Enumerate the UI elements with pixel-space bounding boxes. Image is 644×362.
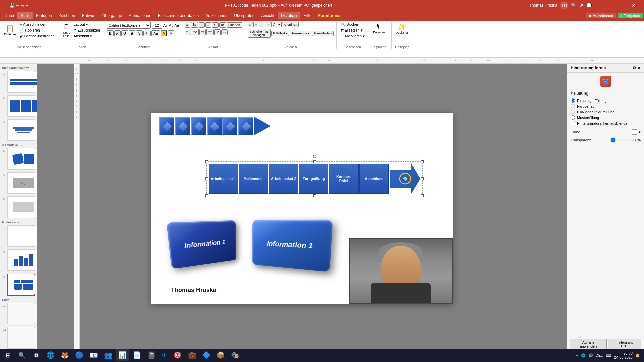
slide-thumb-8[interactable]: 8 bbox=[7, 249, 35, 271]
menu-animationen[interactable]: Animationen bbox=[125, 12, 155, 19]
smartart-button[interactable]: SmartArt bbox=[227, 22, 242, 28]
handle-tm[interactable] bbox=[313, 160, 316, 163]
font-select[interactable]: Calibri (Textkörper) bbox=[107, 22, 151, 29]
menu-bildschirm[interactable]: Bildschirmpräsentation bbox=[155, 12, 202, 19]
radio-einfache-input[interactable] bbox=[571, 98, 575, 103]
process-arrow-final[interactable]: ✥ bbox=[390, 164, 420, 194]
menu-formformat[interactable]: Formformat bbox=[315, 12, 344, 19]
decrease-font-button[interactable]: A↓ bbox=[169, 23, 173, 27]
shape-rect-button[interactable]: □ bbox=[248, 22, 253, 27]
customize-icon[interactable]: ▾ bbox=[26, 3, 28, 8]
taskview-button[interactable]: ⧉ bbox=[30, 349, 43, 361]
menu-dictation[interactable]: Dictation bbox=[278, 12, 300, 19]
radio-einfache[interactable]: Einfarbige Füllung bbox=[571, 98, 641, 103]
format-button[interactable]: 🖌 Format übertragen bbox=[18, 34, 56, 38]
abschnitt-button[interactable]: Abschnitt ▾ bbox=[72, 34, 101, 39]
menu-ansicht[interactable]: Ansicht bbox=[258, 12, 277, 19]
shape-tri-button[interactable]: △ bbox=[259, 22, 264, 27]
slide-thumb-7[interactable]: 7 bbox=[7, 225, 35, 247]
neue-folie-button[interactable]: 🗒 NeueFolie bbox=[62, 22, 72, 38]
schnellformatvorlagen-button[interactable]: Schnellformat-vorlagen bbox=[248, 29, 270, 38]
case-button[interactable]: Aa bbox=[151, 30, 160, 36]
radio-bild[interactable]: Bild- oder Texturfüllung bbox=[571, 110, 641, 114]
kopieren-button[interactable]: 📄 Kopieren bbox=[18, 28, 56, 33]
bold-button[interactable]: B bbox=[107, 30, 114, 36]
taskbar-app3[interactable]: 🔷 bbox=[200, 349, 213, 361]
radio-bild-input[interactable] bbox=[571, 110, 575, 114]
panel-close-icon[interactable]: ✕ bbox=[637, 66, 641, 70]
minimize-button[interactable]: – bbox=[594, 0, 609, 11]
share-icon[interactable]: ↗ bbox=[579, 3, 583, 8]
slide-thumb-6[interactable]: 6 bbox=[7, 196, 35, 218]
taskbar-app2[interactable]: 💼 bbox=[185, 349, 199, 361]
info-btn-1[interactable]: Information 1 bbox=[171, 222, 240, 265]
apply2-button[interactable]: Hintergrund zus... bbox=[608, 339, 641, 350]
search-button[interactable]: 🔍 bbox=[15, 349, 29, 361]
notifications-icon[interactable]: 🔔 bbox=[635, 353, 640, 358]
taskbar-onenote[interactable]: 📓 bbox=[145, 349, 158, 361]
shape-arrow-button[interactable]: → bbox=[265, 22, 271, 27]
ersetzen-button[interactable]: ⇄ Ersetzen ▾ bbox=[339, 28, 366, 33]
shape-line-button[interactable]: ╱ bbox=[271, 22, 276, 27]
handle-tr[interactable] bbox=[421, 160, 424, 163]
slide-thumb-3[interactable]: 3 bbox=[7, 119, 35, 141]
freigeben-btn[interactable]: ↑ Freigeben bbox=[618, 13, 643, 18]
farbe-value[interactable]: ▾ bbox=[632, 129, 641, 135]
bullet-list-button[interactable]: ≡ bbox=[185, 22, 190, 28]
menu-uebergaenge[interactable]: Übergänge bbox=[99, 12, 125, 19]
slide-thumb-11[interactable]: 11 bbox=[7, 327, 35, 349]
handle-mr[interactable] bbox=[421, 177, 424, 180]
slide-thumb-1[interactable]: 1 bbox=[7, 71, 35, 93]
handle-tl[interactable] bbox=[205, 160, 208, 163]
clock[interactable]: 23:38 24.03.2023 bbox=[614, 351, 633, 359]
taskbar-app4[interactable]: 📦 bbox=[214, 349, 228, 361]
taskbar-firefox[interactable]: 🦊 bbox=[58, 349, 72, 361]
taskbar-word[interactable]: 📄 bbox=[130, 349, 144, 361]
decrease-indent-button[interactable]: ⇐ bbox=[199, 22, 205, 28]
slide-thumb-2[interactable]: 2 bbox=[7, 95, 35, 117]
menu-hilfe[interactable]: Hilfe bbox=[300, 12, 315, 19]
menu-ueberpruefen[interactable]: Überprüfen bbox=[231, 12, 258, 19]
menu-entwurf[interactable]: Entwurf bbox=[78, 12, 99, 19]
process-box-2[interactable]: Meilenstein bbox=[239, 164, 268, 194]
handle-bl[interactable] bbox=[205, 194, 208, 197]
menu-datei[interactable]: Datei bbox=[1, 12, 17, 19]
transparenz-slider[interactable] bbox=[610, 137, 634, 143]
undo-icon[interactable]: ↩ bbox=[16, 3, 20, 8]
ausschneiden-button[interactable]: ✂ Ausschneiden bbox=[18, 22, 56, 27]
slide-canvas[interactable]: ↻ Arbeitspaket 1 Meilenstein Arbeitspake… bbox=[151, 113, 453, 304]
font-size-input[interactable] bbox=[152, 22, 162, 29]
apply-all-button[interactable]: Auf alle anwenden bbox=[570, 339, 607, 350]
taskbar-chrome[interactable]: 🔵 bbox=[72, 349, 86, 361]
taskbar-teams[interactable]: 👥 bbox=[101, 349, 115, 361]
suchen-button[interactable]: 🔍 Suchen bbox=[339, 22, 366, 27]
comment-icon[interactable]: 💬 bbox=[586, 3, 592, 8]
numbered-list-button[interactable]: 1≡ bbox=[191, 22, 198, 28]
highlight-button[interactable]: A bbox=[161, 30, 167, 36]
radio-muster-input[interactable] bbox=[571, 115, 575, 120]
canvas-area[interactable]: |92 || || || || bbox=[37, 64, 567, 353]
systray-icons[interactable]: △ bbox=[576, 353, 578, 358]
panel-settings-icon[interactable]: ⚙ bbox=[632, 66, 636, 70]
columns-button[interactable]: ⫻ bbox=[214, 29, 221, 35]
process-flow-selection[interactable]: ↻ Arbeitspaket 1 Meilenstein Arbeitspake… bbox=[206, 161, 423, 196]
slide-thumb-4[interactable]: 4 bbox=[7, 148, 35, 170]
process-box-4[interactable]: Fertigstllung bbox=[299, 164, 328, 194]
markieren-button[interactable]: ☰ Markieren ▾ bbox=[339, 34, 366, 39]
maximize-button[interactable]: □ bbox=[610, 0, 625, 11]
fuelleffekt-button[interactable]: Fülleffekt ▾ bbox=[271, 31, 289, 36]
align-center-button[interactable]: ≡c bbox=[192, 29, 199, 35]
shape-more-button[interactable]: ▾ bbox=[277, 22, 282, 27]
top-3d-arrow[interactable] bbox=[159, 117, 271, 135]
underline-button[interactable]: U bbox=[121, 30, 128, 36]
taskbar-edge[interactable]: 🌐 bbox=[44, 349, 57, 361]
shadow-button[interactable]: S bbox=[136, 30, 142, 36]
handle-bm[interactable] bbox=[313, 194, 316, 197]
aufzeichnen-btn[interactable]: ⏺ Aufzeichnen bbox=[586, 13, 616, 18]
info-btn-2[interactable]: Information 1 bbox=[248, 220, 329, 268]
align-text-button[interactable]: ≡↕ bbox=[219, 22, 226, 28]
process-box-1[interactable]: Arbeitspaket 1 bbox=[209, 164, 238, 194]
checkbox-hintergrund-input[interactable] bbox=[571, 121, 575, 125]
clear-format-button[interactable]: Aa bbox=[174, 23, 179, 27]
slide-thumb-5[interactable]: 5 img bbox=[7, 172, 35, 194]
